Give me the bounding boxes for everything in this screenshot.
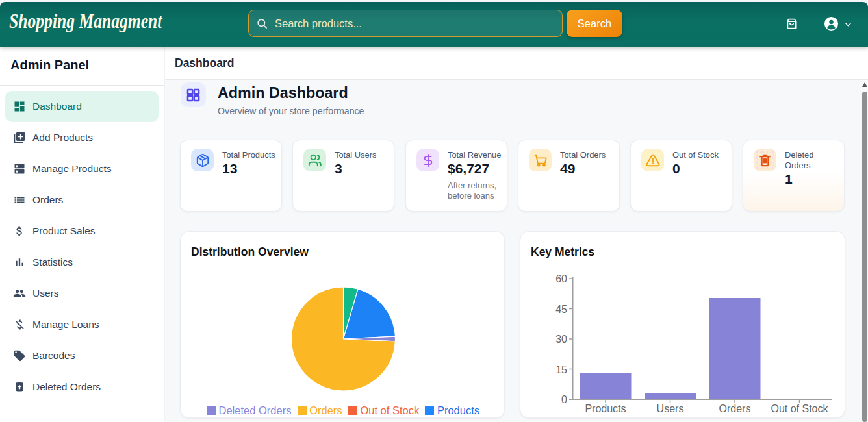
svg-text:30: 30 xyxy=(555,334,567,345)
svg-text:Out of Stock: Out of Stock xyxy=(771,403,828,414)
svg-text:Orders: Orders xyxy=(719,403,751,414)
svg-text:45: 45 xyxy=(555,304,567,315)
svg-text:Products: Products xyxy=(585,403,626,414)
svg-text:0: 0 xyxy=(561,394,567,405)
svg-text:15: 15 xyxy=(555,364,567,375)
svg-text:60: 60 xyxy=(555,273,567,284)
svg-text:Users: Users xyxy=(657,403,684,414)
